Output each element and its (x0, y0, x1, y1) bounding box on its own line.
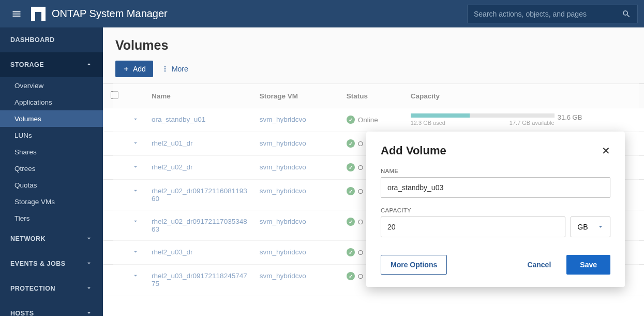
chevron-down-icon (132, 117, 139, 124)
volume-name-input[interactable] (381, 177, 610, 198)
chevron-down-icon (85, 260, 93, 268)
chevron-down-icon (132, 273, 139, 281)
add-volume-dialog: Add Volume ✕ NAME CAPACITY GB More Optio… (366, 132, 625, 287)
sidebar-item-tiers[interactable]: Tiers (0, 210, 103, 226)
sidebar-item-volumes[interactable]: Volumes (0, 110, 103, 127)
dialog-title: Add Volume (381, 144, 446, 157)
chevron-down-icon (85, 309, 93, 317)
svg-point-0 (164, 66, 166, 67)
sidebar-item-applications[interactable]: Applications (0, 94, 103, 110)
global-search[interactable] (467, 5, 638, 23)
capacity-value-input[interactable] (381, 217, 565, 237)
col-name[interactable]: Name (145, 84, 253, 108)
sidebar-item-shares[interactable]: Shares (0, 143, 103, 160)
row-checkbox-cell (103, 241, 126, 265)
row-expand[interactable] (126, 180, 145, 210)
row-svm[interactable]: svm_hybridcvo (253, 265, 340, 295)
capacity-unit-label: GB (577, 223, 588, 231)
add-button[interactable]: Add (115, 61, 153, 77)
capacity-field-label: CAPACITY (381, 207, 610, 213)
row-expand[interactable] (126, 241, 145, 265)
menu-toggle-icon[interactable] (6, 4, 27, 24)
name-field-label: NAME (381, 168, 610, 174)
status-ok-icon (347, 272, 355, 280)
row-svm[interactable]: svm_hybridcvo (253, 180, 340, 210)
chevron-down-icon (132, 188, 139, 196)
search-icon (622, 9, 631, 19)
chevron-down-icon (597, 224, 604, 230)
sidebar-section-protection[interactable]: PROTECTION (0, 276, 103, 301)
row-expand[interactable] (126, 210, 145, 241)
row-checkbox-cell (103, 132, 126, 156)
row-name[interactable]: rhel2_u03_dr (145, 241, 253, 265)
svg-point-1 (164, 68, 166, 69)
row-svm[interactable]: svm_hybridcvo (253, 241, 340, 265)
chevron-down-icon (85, 284, 93, 293)
row-svm[interactable]: svm_hybridcvo (253, 210, 340, 241)
row-expand[interactable] (126, 108, 145, 132)
chevron-down-icon (132, 164, 139, 172)
brand-logo-icon (31, 7, 46, 21)
row-name[interactable]: rhel2_u03_dr09172118245747 75 (145, 265, 253, 295)
col-svm[interactable]: Storage VM (253, 84, 340, 108)
row-checkbox-cell (103, 265, 126, 295)
sidebar-section-hosts[interactable]: HOSTS (0, 301, 103, 316)
row-svm[interactable]: svm_hybridcvo (253, 132, 340, 156)
sidebar-section-events-jobs[interactable]: EVENTS & JOBS (0, 251, 103, 276)
add-button-label: Add (133, 65, 146, 73)
row-name[interactable]: rhel2_u02_dr09172116081193 60 (145, 180, 253, 210)
cancel-button[interactable]: Cancel (527, 261, 551, 269)
svg-point-2 (164, 70, 166, 71)
search-input[interactable] (474, 10, 622, 18)
sidebar-item-luns[interactable]: LUNs (0, 127, 103, 143)
row-checkbox-cell (103, 210, 126, 241)
more-vert-icon (161, 65, 169, 73)
row-name[interactable]: rhel2_u02_dr09172117035348 63 (145, 210, 253, 241)
status-ok-icon (347, 248, 355, 256)
capacity-used-label: 12.3 GB used (411, 120, 445, 126)
sidebar-section-network[interactable]: NETWORK (0, 226, 103, 251)
table-row: ora_standby_u01svm_hybridcvoOnline12.3 G… (103, 108, 644, 132)
sidebar-item-storage-vms[interactable]: Storage VMs (0, 193, 103, 210)
capacity-unit-select[interactable]: GB (571, 217, 610, 237)
capacity-total-label: 31.6 GB (558, 113, 582, 121)
page-title: Volumes (103, 27, 644, 61)
chevron-up-icon (85, 61, 93, 69)
close-icon[interactable]: ✕ (602, 145, 610, 157)
sidebar-item-overview[interactable]: Overview (0, 77, 103, 94)
sidebar: DASHBOARDSTORAGEOverviewApplicationsVolu… (0, 27, 103, 316)
row-svm[interactable]: svm_hybridcvo (253, 156, 340, 180)
row-expand[interactable] (126, 156, 145, 180)
sidebar-item-quotas[interactable]: Quotas (0, 177, 103, 193)
sidebar-section-storage[interactable]: STORAGE (0, 52, 103, 77)
more-options-button[interactable]: More Options (381, 255, 447, 275)
status-ok-icon (347, 163, 355, 171)
chevron-down-icon (132, 249, 139, 257)
status-ok-icon (347, 139, 355, 148)
col-status[interactable]: Status (340, 84, 405, 108)
chevron-down-icon (85, 235, 93, 243)
sidebar-item-qtrees[interactable]: Qtrees (0, 160, 103, 177)
row-checkbox-cell (103, 180, 126, 210)
status-ok-icon (347, 187, 355, 195)
save-button[interactable]: Save (566, 255, 610, 275)
more-button[interactable]: More (161, 65, 188, 73)
more-button-label: More (172, 65, 188, 73)
row-name[interactable]: ora_standby_u01 (145, 108, 253, 132)
row-expand[interactable] (126, 132, 145, 156)
row-capacity: 12.3 GB used17.7 GB available31.6 GB (405, 108, 623, 132)
row-name[interactable]: rhel2_u02_dr (145, 156, 253, 180)
capacity-available-label: 17.7 GB available (510, 120, 555, 126)
row-checkbox-cell (103, 156, 126, 180)
chevron-down-icon (132, 219, 139, 226)
row-svm[interactable]: svm_hybridcvo (253, 108, 340, 132)
col-capacity[interactable]: Capacity (405, 84, 623, 108)
capacity-bar (411, 113, 555, 118)
row-name[interactable]: rhel2_u01_dr (145, 132, 253, 156)
chevron-down-icon (132, 140, 139, 148)
sidebar-section-dashboard[interactable]: DASHBOARD (0, 27, 103, 52)
row-expand[interactable] (126, 265, 145, 295)
row-checkbox-cell (103, 108, 126, 132)
app-title: ONTAP System Manager (52, 8, 168, 20)
col-checkbox[interactable] (103, 84, 126, 108)
